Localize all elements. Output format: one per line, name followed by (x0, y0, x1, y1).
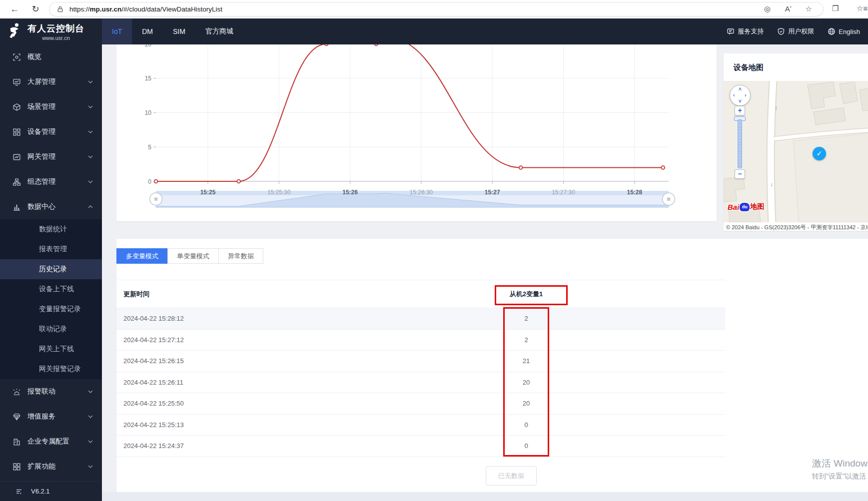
sidebar-subitem[interactable]: 网关报警记录 (0, 359, 102, 379)
back-icon[interactable]: ← (8, 2, 21, 15)
topnav-item-chat[interactable]: 服务支持 (727, 27, 764, 36)
pan-down-icon[interactable]: ˅ (739, 98, 742, 104)
table-row[interactable]: 2024-04-22 15:26:1521 (116, 351, 725, 372)
records-panel: 多变量模式单变量模式异常数据 更新时间 从机2变量1 2024-04-22 15… (116, 239, 868, 492)
sidebar-item-alarm[interactable]: 报警联动 (0, 379, 102, 404)
chevron-down-icon (88, 415, 93, 418)
chevron-down-icon (88, 390, 93, 393)
chevron-down-icon (88, 105, 93, 108)
baidu-maps-logo: Bai du 地图 (728, 201, 764, 213)
pan-left-icon[interactable]: ‹ (733, 92, 735, 98)
gateway-icon (12, 153, 21, 161)
table-row[interactable]: 2024-04-22 15:25:5020 (116, 393, 725, 415)
table-row[interactable]: 2024-04-22 15:26:1120 (116, 372, 725, 394)
sidebar-item-label: 大屏管理 (27, 77, 55, 86)
topnav-item-label: 用户权限 (788, 27, 814, 36)
svg-text:10: 10 (145, 109, 152, 116)
sidebar-item-screen[interactable]: 大屏管理 (0, 69, 102, 94)
scene-icon (12, 103, 21, 111)
mode-tab[interactable]: 单变量模式 (167, 248, 219, 264)
chevron-down-icon (88, 465, 93, 468)
svg-text:15:27: 15:27 (485, 189, 500, 196)
sidebar-item-datacenter[interactable]: 数据中心 (0, 194, 102, 219)
sidebar-item-scene[interactable]: 场景管理 (0, 94, 102, 119)
sidebar-subitem[interactable]: 数据统计 (0, 219, 102, 239)
datazoom-handle-left[interactable]: ≡ (150, 193, 162, 205)
pan-right-icon[interactable]: › (745, 92, 746, 98)
map-zoom-slider[interactable] (738, 119, 742, 168)
favorite-star-icon[interactable]: ☆ (806, 4, 812, 13)
datazoom-handle-right[interactable]: ≡ (663, 193, 675, 205)
map-zoom-in-button[interactable]: + (735, 106, 745, 115)
sidebar-item-scada[interactable]: 组态管理 (0, 169, 102, 194)
topnav-item-globe[interactable]: English (828, 27, 860, 35)
svg-text:15:25:30: 15:25:30 (267, 189, 291, 196)
footer-strip (102, 492, 868, 501)
sidebar-item-overview[interactable]: 概览 (0, 44, 102, 69)
sidebar-item-gateway[interactable]: 网关管理 (0, 144, 102, 169)
cell-variable-value: 2 (475, 315, 578, 322)
address-bar[interactable]: https://mp.usr.cn/#/cloud/data/ViewDataH… (49, 2, 824, 16)
collections-icon[interactable]: ☆≡ (857, 4, 868, 13)
sidebar-item-vas[interactable]: 增值服务 (0, 404, 102, 429)
sidebar-subitem[interactable]: 报表管理 (0, 239, 102, 259)
baidu-paw-icon: du (740, 203, 750, 211)
sidebar-subitem[interactable]: 历史记录 (0, 259, 102, 279)
map-copyright: © 2024 Baidu - GS(2023)3206号 - 甲测资字11111… (726, 224, 868, 231)
device-location-marker[interactable]: ✓ (813, 147, 826, 160)
history-line-chart[interactable]: 0510152015:2515:25:3015:2615:26:3015:271… (116, 44, 717, 221)
topnav-item-label: English (839, 28, 860, 35)
browser-toolbar: ← ↻ https://mp.usr.cn/#/cloud/data/ViewD… (0, 0, 868, 18)
pan-up-icon[interactable]: ˄ (739, 86, 742, 92)
table-row[interactable]: 2024-04-22 15:24:370 (116, 436, 725, 457)
baidu-map[interactable]: ˄ ˅ ‹ › + − ✓ ↑ ↓ Bai du 地图 (724, 81, 868, 222)
cell-variable-value: 0 (475, 442, 578, 450)
windows-activation-watermark: 激活 Windows 转到"设置"以激活 Windows。 (812, 457, 868, 481)
topnav-tab-sim[interactable]: SIM (163, 18, 195, 44)
chevron-down-icon (88, 80, 93, 83)
svg-text:≡: ≡ (667, 195, 671, 203)
map-zoom-out-button[interactable]: − (735, 169, 745, 179)
sidebar-item-enterprise[interactable]: 企业专属配置 (0, 429, 102, 454)
sidebar-subitem[interactable]: 联动记录 (0, 319, 102, 339)
read-aloud-icon[interactable]: Aʻ (785, 4, 792, 13)
mode-tab[interactable]: 多变量模式 (116, 248, 168, 264)
topnav-item-shield[interactable]: 用户权限 (777, 27, 814, 36)
table-row[interactable]: 2024-04-22 15:27:122 (116, 330, 725, 351)
no-more-data-button[interactable]: 已无数据 (486, 466, 537, 486)
svg-text:0: 0 (148, 178, 151, 185)
sidebar-subitem[interactable]: 设备上下线 (0, 279, 102, 299)
sidebar-item-extension[interactable]: 扩展功能 (0, 454, 102, 479)
sidebar-item-label: 组态管理 (27, 177, 55, 186)
topnav-tab-官方商城[interactable]: 官方商城 (195, 18, 243, 44)
split-screen-icon[interactable]: ❐ (832, 4, 839, 13)
map-pan-control[interactable]: ˄ ˅ ‹ › (730, 85, 751, 106)
url-text: https://mp.usr.cn/#/cloud/data/ViewDataH… (69, 5, 222, 13)
shield-icon (777, 27, 785, 35)
device-map-card: 设备地图 (724, 53, 868, 231)
cell-variable-value: 20 (475, 400, 578, 407)
site-permissions-icon[interactable]: ◎ (764, 4, 771, 13)
lock-icon[interactable] (56, 5, 64, 15)
sidebar-subitem[interactable]: 变量报警记录 (0, 299, 102, 319)
cell-update-time: 2024-04-22 15:27:12 (116, 336, 475, 344)
chevron-down-icon (88, 440, 93, 443)
topnav-tab-dm[interactable]: DM (132, 18, 163, 44)
version-list-icon (15, 488, 23, 496)
refresh-icon[interactable]: ↻ (29, 2, 42, 15)
svg-text:≡: ≡ (154, 195, 158, 203)
sidebar-item-device[interactable]: 设备管理 (0, 119, 102, 144)
table-row[interactable]: 2024-04-22 15:28:122 (116, 308, 725, 330)
sidebar-subitem[interactable]: 网关上下线 (0, 339, 102, 359)
sidebar-item-label: 企业专属配置 (27, 437, 69, 446)
topnav-tab-iot[interactable]: IoT (102, 18, 132, 44)
sidebar-item-label: 数据中心 (27, 202, 55, 211)
overview-icon (12, 53, 21, 61)
table-row[interactable]: 2024-04-22 15:25:130 (116, 415, 725, 436)
topnav-right: 服务支持用户权限English (727, 18, 868, 44)
screen-icon (12, 78, 21, 86)
mode-tab[interactable]: 异常数据 (218, 248, 263, 264)
brand-logo[interactable]: 有人云控制台 www.usr.cn (0, 18, 102, 44)
chat-icon (727, 27, 735, 35)
vas-icon (12, 413, 21, 421)
